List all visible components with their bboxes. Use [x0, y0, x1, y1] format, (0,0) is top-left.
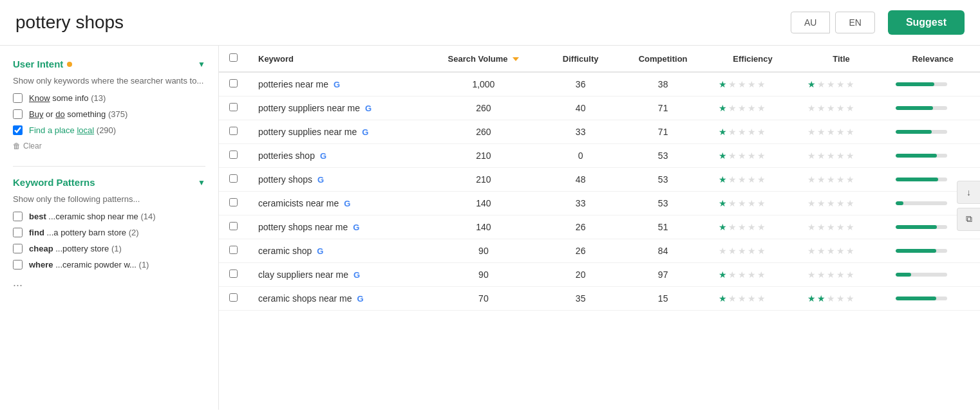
patterns-ellipsis: ...: [13, 276, 205, 289]
title-star-0: ★: [807, 151, 816, 161]
row-checkbox-8[interactable]: [229, 269, 238, 278]
title-star-1: ★: [817, 246, 825, 256]
star-3: ★: [748, 293, 756, 304]
difficulty-col-label: Difficulty: [563, 54, 599, 64]
header-title[interactable]: Title: [797, 46, 886, 72]
pattern-best-checkbox[interactable]: [13, 212, 23, 221]
copy-button[interactable]: ⧉: [957, 208, 980, 231]
star-1: ★: [728, 269, 737, 280]
difficulty-cell: 33: [543, 120, 617, 144]
title-star-0: ★: [807, 222, 816, 232]
relevance-bar-bg: [896, 154, 947, 158]
title-stars: ★★★★★: [807, 222, 876, 232]
keyword-cell: potteries shop G: [258, 151, 413, 161]
title-cell: ★★★★★: [797, 192, 886, 215]
title-star-3: ★: [836, 79, 845, 89]
row-checkbox-7[interactable]: [229, 246, 238, 254]
title-stars: ★★★★★: [807, 293, 876, 304]
search-volume-cell: 260: [424, 96, 544, 120]
intent-buy-checkbox[interactable]: [13, 109, 23, 119]
relevance-bar-bg: [896, 178, 947, 181]
pattern-where-label[interactable]: where ...ceramic powder w... (1): [29, 260, 149, 269]
header-efficiency[interactable]: Efficiency: [708, 46, 797, 72]
keyword-patterns-chevron[interactable]: ▼: [198, 178, 205, 187]
row-checkbox-6[interactable]: [229, 222, 238, 230]
intent-local-label[interactable]: Find a place local (290): [29, 125, 116, 135]
clear-button[interactable]: 🗑 Clear: [13, 142, 42, 151]
keyword-cell: pottery shops G: [258, 174, 413, 185]
sidebar-divider: [13, 166, 205, 167]
pattern-find-item: find ...a pottery barn store (2): [13, 228, 205, 237]
title-star-0: ★: [807, 198, 816, 208]
star-0: ★: [719, 293, 727, 304]
efficiency-stars: ★★★★★: [719, 79, 787, 89]
pattern-find-checkbox[interactable]: [13, 228, 23, 237]
pattern-where-checkbox[interactable]: [13, 260, 23, 269]
row-checkbox-2[interactable]: [229, 127, 238, 135]
star-3: ★: [748, 127, 756, 137]
star-2: ★: [738, 151, 746, 161]
row-checkbox-1[interactable]: [229, 103, 238, 111]
download-button[interactable]: ↓: [957, 181, 980, 204]
table-row: pottery supplies near me G 2603371★★★★★★…: [219, 120, 980, 144]
title-star-0: ★: [807, 127, 816, 137]
header-difficulty[interactable]: Difficulty: [543, 46, 617, 72]
google-g-icon: G: [362, 127, 368, 137]
table-row: ceramic shops near me G 703515★★★★★★★★★★: [219, 287, 980, 311]
pattern-find-label[interactable]: find ...a pottery barn store (2): [29, 228, 139, 237]
relevance-bar-fill: [896, 249, 936, 253]
user-intent-label: User Intent: [13, 59, 63, 69]
title-star-4: ★: [846, 293, 854, 304]
efficiency-stars: ★★★★★: [719, 198, 787, 208]
header-competition[interactable]: Competition: [617, 46, 708, 72]
google-g-icon: G: [344, 199, 350, 208]
header-relevance[interactable]: Relevance: [885, 46, 980, 72]
efficiency-cell: ★★★★★: [708, 120, 797, 144]
relevance-bar-fill: [896, 178, 938, 181]
title-stars: ★★★★★: [807, 103, 876, 113]
select-all-checkbox[interactable]: [229, 53, 238, 62]
row-checkbox-4[interactable]: [229, 174, 238, 183]
google-g-icon: G: [357, 294, 364, 304]
user-intent-chevron[interactable]: ▼: [198, 60, 205, 69]
relevance-bar-bg: [896, 297, 947, 300]
pattern-cheap-checkbox[interactable]: [13, 244, 23, 253]
row-checkbox-5[interactable]: [229, 198, 238, 206]
row-checkbox-9[interactable]: [229, 293, 238, 302]
relevance-bar-fill: [896, 201, 903, 205]
lang-au-button[interactable]: AU: [791, 12, 830, 33]
star-1: ★: [728, 198, 737, 208]
suggest-button[interactable]: Suggest: [888, 10, 965, 35]
header-search-volume[interactable]: Search Volume: [424, 46, 544, 72]
row-checkbox-3[interactable]: [229, 151, 238, 159]
star-3: ★: [748, 151, 756, 161]
lang-en-button[interactable]: EN: [835, 12, 874, 33]
efficiency-stars: ★★★★★: [719, 174, 787, 185]
star-4: ★: [757, 269, 766, 280]
title-star-1: ★: [817, 174, 825, 185]
title-star-2: ★: [827, 103, 835, 113]
intent-buy-item: Buy or do something (375): [13, 109, 205, 119]
intent-know-label[interactable]: Know some info (13): [29, 93, 106, 103]
intent-local-checkbox[interactable]: [13, 125, 23, 135]
competition-cell: 15: [617, 287, 708, 311]
pattern-best-label[interactable]: best ...ceramic shop near me (14): [29, 212, 156, 221]
star-1: ★: [728, 246, 737, 256]
keyword-text: pottery shops near me: [258, 222, 348, 232]
title-stars: ★★★★★: [807, 174, 876, 185]
title-star-0: ★: [807, 174, 816, 185]
relevance-bar-fill: [896, 82, 934, 86]
title-star-3: ★: [836, 174, 845, 185]
title-star-3: ★: [836, 198, 845, 208]
title-stars: ★★★★★: [807, 198, 876, 208]
header: pottery shops AU EN Suggest: [0, 0, 980, 46]
header-keyword[interactable]: Keyword: [248, 46, 424, 72]
row-checkbox-0[interactable]: [229, 79, 238, 87]
intent-buy-label[interactable]: Buy or do something (375): [29, 109, 127, 119]
search-volume-cell: 210: [424, 168, 544, 192]
title-star-3: ★: [836, 103, 845, 113]
keyword-text: pottery shops: [258, 174, 312, 185]
title-star-0: ★: [807, 79, 816, 89]
intent-know-checkbox[interactable]: [13, 93, 23, 103]
pattern-cheap-label[interactable]: cheap ...pottery store (1): [29, 244, 122, 253]
